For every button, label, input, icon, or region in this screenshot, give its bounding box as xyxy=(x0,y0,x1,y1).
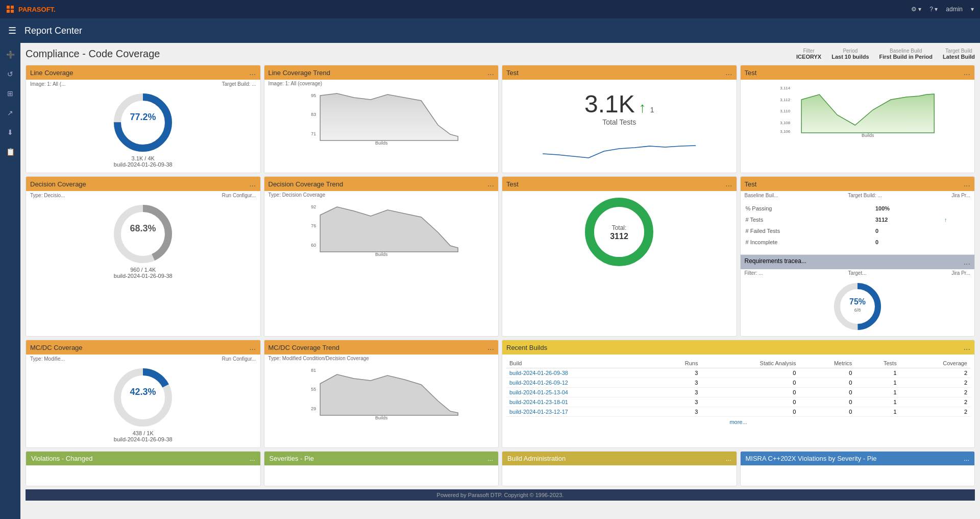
misra-menu[interactable]: ... xyxy=(964,455,969,462)
line-coverage-menu[interactable]: ... xyxy=(249,68,256,77)
requirements-donut: 75% 6/8 xyxy=(832,281,883,332)
svg-text:83: 83 xyxy=(311,112,316,117)
recent-builds-card: Recent Builds ... Build Runs Static Anal… xyxy=(502,340,975,448)
svg-text:Total:: Total: xyxy=(612,224,627,231)
build-link[interactable]: build-2024-01-23-12-17 xyxy=(506,407,656,417)
requirements-subinfo: Filter: ... Target... Jira Pr... xyxy=(741,269,975,277)
svg-text:55: 55 xyxy=(311,387,316,392)
test-trend-chart: 3,114 3,112 3,110 3,108 3,106 Builds xyxy=(745,82,971,138)
test-trend-card: Test ... 3,114 3,112 3,110 xyxy=(740,65,975,173)
more-builds-link[interactable]: more... xyxy=(506,417,970,427)
line-coverage-trend-title: Line Coverage Trend xyxy=(268,69,330,77)
test-big-title: Test xyxy=(506,69,519,77)
recent-builds-body: Build Runs Static Analysis Metrics Tests… xyxy=(502,355,974,431)
mcdc-trend-chart: 81 55 29 Builds xyxy=(268,364,495,420)
recent-builds-header: Recent Builds ... xyxy=(502,340,974,355)
table-row: # Tests 3112 ↑ xyxy=(742,215,974,225)
svg-text:3,110: 3,110 xyxy=(780,109,791,113)
decision-coverage-title: Decision Coverage xyxy=(30,180,86,188)
requirements-menu[interactable]: ... xyxy=(964,257,970,267)
page-title: Compliance - Code Coverage xyxy=(26,48,160,60)
violations-title: Violations - Changed xyxy=(31,455,92,462)
build-link[interactable]: build-2024-01-23-18-01 xyxy=(506,397,656,407)
violations-menu[interactable]: ... xyxy=(250,455,255,462)
build-link[interactable]: build-2024-01-26-09-12 xyxy=(506,378,656,388)
mcdc-trend-menu[interactable]: ... xyxy=(487,343,494,352)
settings-menu[interactable]: ⚙ ▾ xyxy=(911,6,921,13)
line-coverage-trend-header: Line Coverage Trend ... xyxy=(264,65,499,80)
svg-text:Builds: Builds xyxy=(375,415,387,420)
sidebar-share-icon[interactable]: ↗ xyxy=(3,105,18,121)
build-admin-body xyxy=(502,465,737,486)
test-table-title: Test xyxy=(745,180,757,188)
svg-text:3,112: 3,112 xyxy=(780,98,791,102)
test-table-card: Test ... Baseline Buil... Target Build: … xyxy=(740,176,975,337)
top-bar-left: PARASOFT. xyxy=(6,5,56,13)
build-link[interactable]: build-2024-01-25-13-04 xyxy=(506,388,656,397)
svg-text:3,114: 3,114 xyxy=(780,86,791,90)
test-sparkline xyxy=(506,138,732,159)
mcdc-coverage-donut: 42.3% xyxy=(112,367,174,428)
build-link[interactable]: build-2024-01-26-09-38 xyxy=(506,368,656,378)
test-table-header: Test ... xyxy=(741,177,975,191)
mcdc-coverage-menu[interactable]: ... xyxy=(249,343,256,352)
test-trend-menu[interactable]: ... xyxy=(964,68,970,77)
sidebar-new-icon[interactable]: ⊞ xyxy=(3,86,18,101)
header-title: Report Center xyxy=(24,26,82,36)
requirements-header: Requirements tracea... ... xyxy=(741,255,975,269)
top-bar: PARASOFT. ⚙ ▾ ? ▾ admin ▾ xyxy=(0,0,980,18)
main-content: Compliance - Code Coverage Filter ICEORY… xyxy=(20,43,980,519)
decision-coverage-menu[interactable]: ... xyxy=(249,179,256,188)
target-label: Target Build xyxy=(943,48,975,54)
decision-coverage-donut: 68.3% xyxy=(112,203,174,265)
row4-grid: Violations - Changed ... Severities - Pi… xyxy=(26,451,975,486)
line-coverage-card: Line Coverage ... Image: 1: All (... Tar… xyxy=(26,65,261,173)
svg-rect-2 xyxy=(7,10,10,13)
test-big-menu[interactable]: ... xyxy=(725,68,732,77)
sidebar-add-icon[interactable]: ➕ xyxy=(3,47,18,62)
filter-value: ICEORYX xyxy=(796,54,821,60)
test-table-menu[interactable]: ... xyxy=(964,179,970,188)
period-item: Period Last 10 builds xyxy=(831,48,869,60)
decision-coverage-build: build-2024-01-26-09-38 xyxy=(114,273,173,279)
test-donut-title: Test xyxy=(506,180,519,188)
admin-menu[interactable]: admin xyxy=(946,6,963,13)
line-coverage-subinfo: Image: 1: All (... Target Build: ... xyxy=(26,80,260,87)
row1-grid: Line Coverage ... Image: 1: All (... Tar… xyxy=(26,65,975,173)
build-admin-menu[interactable]: ... xyxy=(726,455,731,462)
table-row: build-2024-01-23-12-17 3 0 0 1 2 xyxy=(506,407,970,417)
requirements-section: Requirements tracea... ... Filter: ... T… xyxy=(741,254,975,336)
line-coverage-trend-menu[interactable]: ... xyxy=(487,68,494,77)
sidebar-download-icon[interactable]: ⬇ xyxy=(3,125,18,140)
parasoft-logo: PARASOFT. xyxy=(6,5,56,13)
test-big-header: Test ... xyxy=(502,65,737,80)
baseline-value: First Build in Period xyxy=(879,54,933,60)
svg-text:77.2%: 77.2% xyxy=(130,112,156,122)
row3-grid: MC/DC Coverage ... Type: Modifie... Run … xyxy=(26,340,975,448)
misra-card: MISRA C++202X Violations by Severity - P… xyxy=(740,451,975,486)
test-donut-menu[interactable]: ... xyxy=(725,179,732,188)
decision-coverage-trend-menu[interactable]: ... xyxy=(487,179,494,188)
recent-builds-menu[interactable]: ... xyxy=(964,343,970,352)
line-coverage-donut: 77.2% xyxy=(112,92,174,153)
hamburger-icon[interactable]: ☰ xyxy=(8,25,16,36)
table-row: % Passing 100% xyxy=(742,203,974,214)
table-row: build-2024-01-26-09-38 3 0 0 1 2 xyxy=(506,368,970,378)
test-table-body: % Passing 100% # Tests 3112 ↑ # Failed T… xyxy=(741,198,975,252)
sidebar-refresh-icon[interactable]: ↺ xyxy=(3,66,18,82)
table-row: # Incomplete 0 xyxy=(742,237,974,247)
severities-menu[interactable]: ... xyxy=(487,455,493,462)
line-coverage-trend-chart: 95 83 71 Builds xyxy=(268,89,495,146)
decision-coverage-header: Decision Coverage ... xyxy=(26,177,260,191)
decision-coverage-trend-subtitle: Type: Decision Coverage xyxy=(264,191,499,199)
help-menu[interactable]: ? ▾ xyxy=(929,6,938,13)
test-big-change-num: 1 xyxy=(650,106,654,114)
test-donut-card: Test ... Total: 3112 xyxy=(502,176,737,337)
severities-card: Severities - Pie ... xyxy=(264,451,499,486)
test-big-label: Total Tests xyxy=(602,118,636,126)
filter-info: Filter ICEORYX Period Last 10 builds Bas… xyxy=(796,48,975,60)
period-label: Period xyxy=(831,48,869,54)
sidebar-copy-icon[interactable]: 📋 xyxy=(3,144,18,159)
requirements-title: Requirements tracea... xyxy=(745,257,806,267)
svg-text:92: 92 xyxy=(311,204,316,209)
